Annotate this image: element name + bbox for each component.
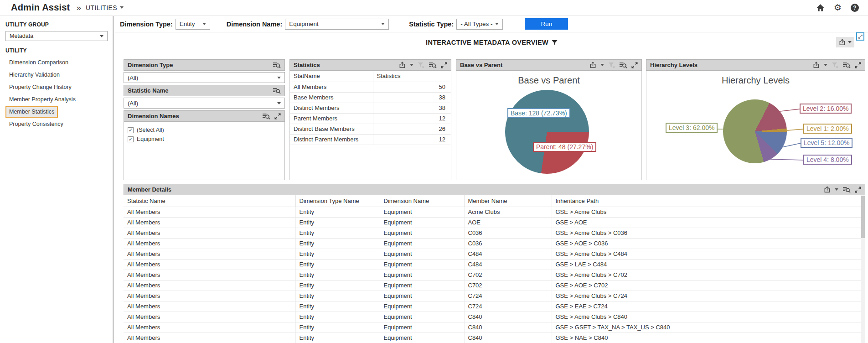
stat-value-cell: 12 (373, 113, 451, 124)
scrollbar-thumb[interactable] (861, 196, 865, 238)
utility-group-select[interactable]: Metadata (5, 31, 108, 41)
expand-icon[interactable] (274, 113, 281, 120)
hierarchy-levels-pie[interactable] (723, 99, 787, 163)
dimension-type-label: Dimension Type: (120, 21, 173, 28)
gear-icon[interactable]: ⚙ (834, 3, 842, 12)
vertical-scrollbar[interactable] (861, 195, 865, 343)
stat-name-cell: All Members (290, 82, 373, 92)
sidebar-item-property-consistency[interactable]: Property Consistency (5, 119, 67, 130)
clear-filter-icon[interactable] (832, 62, 838, 68)
member-details-row[interactable]: All MembersEntityEquipmentC036GSE > Acme… (124, 228, 865, 238)
statistic-name-cell: All Members (124, 217, 295, 228)
statistics-table-header: StatName Statistics (290, 71, 451, 82)
expand-icon[interactable] (855, 187, 861, 193)
statistics-col-statname: StatName (290, 71, 373, 82)
member-details-row[interactable]: All MembersEntityEquipmentC702GSE > AOE … (124, 280, 865, 291)
sidebar-item-member-statistics[interactable]: Member Statistics (5, 106, 58, 118)
chevron-down-icon (410, 64, 413, 66)
export-icon (839, 39, 846, 46)
expand-icon[interactable] (855, 62, 861, 68)
dimension-name-cell: Equipment (380, 333, 464, 343)
sidebar-item-hierarchy-validation[interactable]: Hierarchy Validation (5, 69, 63, 81)
base-vs-parent-chart: Base vs Parent Base: 128 (72.73%) Parent… (456, 71, 641, 180)
member-details-row[interactable]: All MembersEntityEquipmentC840GSE > GSET… (124, 322, 865, 333)
base-vs-parent-panel: Base vs Parent Base vs Parent Base: 128 … (456, 59, 642, 180)
export-icon[interactable] (824, 186, 831, 193)
stat-value-cell: 50 (373, 82, 451, 92)
dimension-name-cell: Equipment (380, 270, 464, 280)
search-list-icon[interactable] (619, 62, 627, 68)
checkbox-checked-icon[interactable]: ✓ (128, 127, 134, 133)
member-details-row[interactable]: All MembersEntityEquipmentAcme ClubsGSE … (124, 207, 865, 217)
chevron-down-icon (495, 23, 499, 25)
overview-title: INTERACTIVE METADATA OVERVIEW (426, 39, 548, 46)
sidebar-item-property-change-history[interactable]: Property Change History (5, 82, 75, 93)
dimension-type-select[interactable]: Entity (176, 19, 210, 30)
member-details-row[interactable]: All MembersEntityEquipmentC484GSE > LAE … (124, 259, 865, 270)
nav-utilities-menu[interactable]: UTILITIES (86, 4, 124, 11)
sidebar-item-dimension-comparison[interactable]: Dimension Comparison (5, 57, 72, 68)
stat-name-cell: Distinct Base Members (290, 124, 373, 134)
col-statistic-name: Statistic Name (124, 195, 295, 207)
clear-filter-icon[interactable] (608, 62, 615, 68)
home-icon[interactable] (816, 4, 825, 12)
member-name-cell: C702 (464, 280, 552, 291)
overview-corner-actions: ⤢ (836, 32, 864, 47)
search-list-icon[interactable] (273, 87, 281, 94)
export-icon[interactable] (589, 62, 596, 68)
sidebar-item-member-property-analysis[interactable]: Member Property Analysis (5, 94, 79, 105)
search-list-icon[interactable] (842, 186, 851, 193)
expand-icon[interactable] (631, 62, 638, 68)
export-icon[interactable] (399, 62, 406, 68)
statistic-name-cell: All Members (124, 207, 295, 217)
member-details-row[interactable]: All MembersEntityEquipmentC840GSE > NAE … (124, 333, 865, 343)
statistics-row[interactable]: All Members50 (290, 82, 451, 92)
member-details-row[interactable]: All MembersEntityEquipmentC036GSE > AOE … (124, 238, 865, 249)
member-details-row[interactable]: All MembersEntityEquipmentAOEGSE > AOE (124, 217, 865, 228)
member-details-row[interactable]: All MembersEntityEquipmentC702GSE > Acme… (124, 270, 865, 280)
member-details-row[interactable]: All MembersEntityEquipmentC484GSE > Acme… (124, 249, 865, 259)
checkbox-checked-icon[interactable]: ✓ (128, 136, 134, 142)
filter-funnel-icon[interactable] (552, 40, 558, 46)
statistics-row[interactable]: Base Members38 (290, 92, 451, 103)
member-details-row[interactable]: All MembersEntityEquipmentC840GSE > Acme… (124, 312, 865, 322)
statistics-row[interactable]: Distinct Parent Members12 (290, 134, 451, 145)
dimension-type-cell: Entity (295, 228, 380, 238)
statistic-name-cell: All Members (124, 322, 295, 333)
inheritance-path-cell: GSE > EAE > C724 (552, 301, 865, 312)
clear-filter-icon[interactable] (418, 62, 424, 68)
export-icon[interactable] (813, 62, 820, 68)
export-dashboard-button[interactable] (836, 37, 854, 47)
search-list-icon[interactable] (842, 62, 851, 68)
run-button[interactable]: Run (525, 18, 568, 30)
statistic-name-filter-select[interactable]: (All) (124, 98, 285, 109)
expand-icon[interactable] (441, 62, 447, 68)
help-icon[interactable]: ? (851, 4, 859, 12)
member-details-row[interactable]: All MembersEntityEquipmentC724GSE > EAE … (124, 301, 865, 312)
statistic-type-select[interactable]: - All Types - (456, 19, 503, 30)
stat-name-cell: Parent Members (290, 113, 373, 124)
member-details-panel-title: Member Details (128, 186, 171, 193)
stat-value-cell: 38 (373, 92, 451, 103)
search-list-icon[interactable] (429, 62, 437, 68)
search-list-icon[interactable] (262, 113, 270, 120)
stat-value-cell: 26 (373, 124, 451, 134)
member-name-cell: C840 (464, 322, 552, 333)
dimension-name-select[interactable]: Equipment (285, 19, 389, 30)
inheritance-path-cell: GSE > Acme Clubs > C484 (552, 249, 865, 259)
statistics-row[interactable]: Parent Members12 (290, 113, 451, 124)
base-vs-parent-pie[interactable] (505, 90, 589, 174)
member-details-row[interactable]: All MembersEntityEquipmentC724GSE > Acme… (124, 291, 865, 301)
statistic-name-cell: All Members (124, 270, 295, 280)
popout-button[interactable]: ⤢ (856, 32, 864, 41)
dimension-type-filter-select[interactable]: (All) (124, 72, 285, 83)
inheritance-path-cell: GSE > LAE > C484 (552, 259, 865, 270)
statistics-row[interactable]: Distinct Base Members26 (290, 124, 451, 134)
dimension-names-list: ✓(Select All)✓Equipment (124, 122, 285, 180)
member-name-cell: C484 (464, 259, 552, 270)
search-list-icon[interactable] (273, 62, 281, 68)
dimension-name-cell: Equipment (380, 322, 464, 333)
inheritance-path-cell: GSE > GSET > TAX_NA > TAX_US > C840 (552, 322, 865, 333)
statistics-row[interactable]: Distinct Members38 (290, 103, 451, 113)
chevron-down-icon (848, 41, 852, 43)
